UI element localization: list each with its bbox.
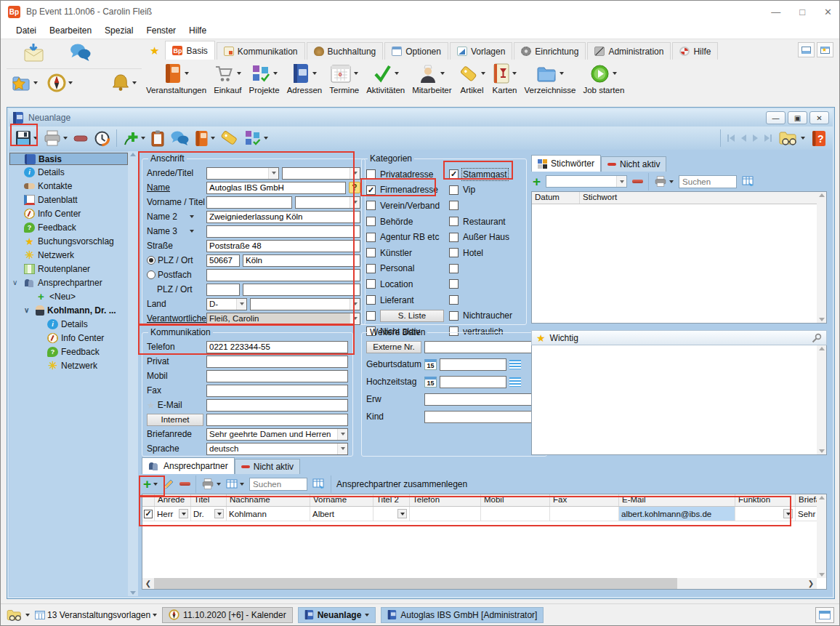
favorite-star-icon[interactable]: ★ — [150, 44, 159, 57]
sidebar-item-neu[interactable]: +<Neu> — [9, 289, 128, 303]
toolbar-einkauf[interactable]: Einkauf — [211, 60, 244, 95]
inner-minimize-button[interactable]: — — [766, 111, 786, 124]
sidebar-item-kontakte[interactable]: Kontakte — [9, 179, 128, 193]
checkbox-behoerde[interactable]: Behörde — [366, 214, 449, 230]
checkbox-agentur[interactable]: Agentur RB etc — [366, 229, 449, 245]
sidebar-item-ansprechpartner[interactable]: ∨Ansprechpartner — [9, 276, 128, 289]
tab-ansprechpartner-nicht-aktiv[interactable]: Nicht aktiv — [235, 459, 300, 474]
internet-button[interactable]: Internet — [147, 414, 203, 426]
toolbar-adressen[interactable]: Adressen — [284, 60, 326, 95]
plzort-radio[interactable] — [147, 256, 156, 265]
col-mobil[interactable]: Mobil — [481, 494, 550, 506]
toolbar-job-starten[interactable]: Job starten — [580, 60, 627, 95]
geburtsdatum-input[interactable] — [440, 358, 506, 371]
cell-email[interactable]: albert.kohlmann@ibs.de — [619, 507, 735, 521]
externe-nr-input[interactable] — [424, 341, 542, 353]
name2-input[interactable] — [206, 211, 360, 223]
close-button[interactable]: ✕ — [824, 7, 832, 17]
nav-next-button[interactable] — [753, 135, 758, 142]
col-telefon[interactable]: Telefon — [410, 494, 481, 506]
checkbox-restaurant[interactable]: Restaurant — [449, 214, 522, 230]
cell-mobil[interactable] — [481, 507, 550, 521]
kalender-status-item[interactable]: 11.10.2020 [+6] - Kalender — [162, 607, 293, 623]
checkbox-personal[interactable]: Personal — [366, 261, 449, 277]
tab-buchhaltung[interactable]: Buchhaltung — [307, 42, 384, 60]
erw-input[interactable] — [424, 393, 542, 406]
chevron-down-icon[interactable] — [132, 81, 137, 84]
add-contact-button[interactable]: + — [143, 479, 158, 489]
scroll-left-icon[interactable]: ❮ — [142, 578, 154, 589]
toolbar-termine[interactable]: 0 Termine — [326, 60, 362, 95]
telefon-input[interactable] — [206, 341, 348, 353]
col-titel[interactable]: Titel — [191, 494, 227, 506]
notebook-button[interactable] — [195, 130, 215, 147]
nav-prev-button[interactable] — [741, 135, 746, 142]
mobil-input[interactable] — [206, 370, 348, 382]
sidebar-scrollbar[interactable] — [128, 151, 138, 596]
edit-contact-button[interactable] — [163, 478, 174, 490]
wichtig-scrollbar[interactable] — [817, 345, 826, 454]
fax-input[interactable] — [206, 385, 348, 397]
col-anrede[interactable]: Anrede — [155, 494, 191, 506]
merge-contacts-button[interactable]: Ansprechpartner zusammenlegen — [336, 479, 467, 489]
sidebar-item-kohlmann-netzwerk[interactable]: ✳Netzwerk — [9, 358, 128, 372]
strasse-input[interactable] — [206, 240, 360, 252]
table-vscrollbar[interactable] — [817, 494, 826, 578]
checkbox-location[interactable]: Location — [366, 276, 449, 292]
checkbox-verein-verband[interactable]: Verein/Verband — [366, 198, 449, 214]
cell-funktion[interactable] — [735, 507, 796, 521]
briefanrede-select[interactable]: Sehr geehrte Damen und Herren — [206, 428, 348, 441]
cell-telefon[interactable] — [410, 507, 481, 521]
contact-search-input[interactable] — [249, 478, 307, 491]
cell-vorname[interactable]: Albert — [310, 507, 373, 521]
sidebar-item-kohlmann-feedback[interactable]: ?Feedback — [9, 345, 128, 358]
history-button[interactable] — [94, 130, 110, 147]
postfach-input[interactable] — [206, 269, 360, 281]
adresse-status-item[interactable]: Autoglas IBS GmbH [Administrator] — [381, 607, 544, 623]
info-center-button[interactable] — [47, 73, 73, 92]
name2-label[interactable]: Name 2 — [147, 212, 203, 222]
add-keyword-button[interactable]: + — [533, 177, 541, 187]
menu-hilfe[interactable]: Hilfe — [182, 25, 213, 36]
toolbar-aktivitaeten[interactable]: Aktivitäten — [363, 60, 408, 95]
externe-nr-button[interactable]: Externe Nr. — [366, 341, 421, 353]
toolbar-veranstaltungen[interactable]: Veranstaltungen — [143, 60, 209, 95]
tab-vorlagen[interactable]: Vorlagen — [450, 42, 512, 60]
checkbox-stammgast[interactable]: Stammgast — [449, 166, 522, 182]
col-nachname[interactable]: Nachname — [227, 494, 310, 506]
favorites-button[interactable] — [11, 73, 38, 92]
tab-stichwoerter-nicht-aktiv[interactable]: Nicht aktiv — [601, 156, 666, 172]
magnifier-icon[interactable] — [812, 333, 822, 343]
tab-einrichtung[interactable]: Einrichtung — [514, 42, 586, 60]
print-contacts-button[interactable] — [201, 478, 221, 489]
tab-kommunikation[interactable]: Kommunikation — [217, 42, 305, 60]
table-hscrollbar[interactable]: ❮ ❯ — [142, 578, 817, 589]
col-vorname[interactable]: Vorname — [310, 494, 373, 506]
inner-close-button[interactable]: ✕ — [809, 111, 829, 124]
tab-administration[interactable]: Administration — [587, 42, 671, 60]
checkbox-empty-4[interactable] — [449, 292, 522, 308]
nav-last-button[interactable] — [764, 135, 772, 142]
sidebar-item-basis[interactable]: Basis — [9, 153, 128, 165]
sprache-select[interactable]: deutsch — [206, 443, 348, 455]
cell-titel[interactable]: Dr. — [191, 507, 227, 521]
sidebar-item-netzwerk[interactable]: ✳Netzwerk — [9, 248, 128, 262]
privat-input[interactable] — [206, 356, 348, 368]
scroll-down-icon[interactable] — [130, 591, 136, 595]
window-toggle-button[interactable] — [815, 607, 834, 623]
list-icon[interactable] — [509, 377, 521, 387]
neuanlage-status-item[interactable]: Neuanlage — [298, 607, 376, 623]
checkbox-nichtraucher[interactable]: Nichtraucher — [449, 308, 522, 324]
sidebar-item-info-center[interactable]: Info Center — [9, 206, 128, 220]
titel2-select[interactable] — [295, 196, 360, 209]
postfach-ort-input[interactable] — [243, 284, 360, 296]
checkbox-firmenadresse[interactable]: Firmenadresse — [366, 182, 449, 198]
verantwortlicher-select[interactable]: Fleiß, Carolin — [206, 313, 360, 325]
name3-label[interactable]: Name 3 — [147, 226, 203, 236]
clipboard-button[interactable] — [151, 130, 164, 147]
scroll-up-icon[interactable] — [130, 153, 136, 156]
remove-keyword-button[interactable] — [632, 180, 643, 183]
verantwortlicher-label[interactable]: Verantwortlicher — [147, 313, 203, 324]
lookup-status-button[interactable] — [6, 609, 30, 622]
checkbox-vip[interactable]: Vip — [449, 182, 522, 198]
